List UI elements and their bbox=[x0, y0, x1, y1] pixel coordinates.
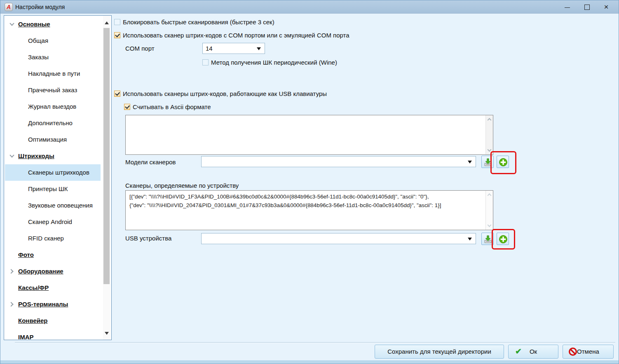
sidebar-section-foto[interactable]: Фото bbox=[5, 247, 101, 263]
sidebar-item-skanery-shtrihkodov[interactable]: Сканеры штрихкодов bbox=[5, 164, 101, 181]
use-com-scanner-checkbox[interactable] bbox=[114, 32, 120, 38]
scroll-down-icon[interactable] bbox=[488, 148, 492, 152]
use-com-scanner-label[interactable]: Использовать сканер штрих-кодов с COM по… bbox=[123, 31, 349, 40]
window-bottom-frame bbox=[0, 360, 619, 364]
sidebar-item-obshchaya[interactable]: Общая bbox=[5, 33, 101, 49]
sidebar-item-printery-shk[interactable]: Принтеры ШК bbox=[5, 181, 101, 197]
maximize-icon bbox=[584, 5, 590, 10]
maximize-button[interactable] bbox=[580, 1, 595, 13]
sidebar-section-konveyer[interactable]: Конвейер bbox=[5, 313, 101, 329]
use-usb-keyboards-checkbox[interactable] bbox=[114, 91, 120, 97]
chevron-down-icon bbox=[9, 21, 14, 26]
sidebar-item-optimizaciya[interactable]: Оптимизация bbox=[5, 131, 101, 148]
sidebar-item-dopolnitelno[interactable]: Дополнительно bbox=[5, 115, 101, 131]
textarea-scrollbar[interactable] bbox=[485, 115, 493, 154]
device-scanners-label: Сканеры, определяемые по устройству bbox=[125, 182, 239, 190]
sidebar-item-zvukovye[interactable]: Звуковые оповещения bbox=[5, 197, 101, 214]
wine-periodic-checkbox[interactable] bbox=[202, 59, 209, 65]
cancel-icon bbox=[568, 347, 577, 356]
usb-devices-select[interactable] bbox=[201, 233, 476, 244]
scroll-up-icon[interactable] bbox=[488, 118, 492, 122]
insert-down-icon bbox=[483, 235, 492, 244]
insert-model-button[interactable] bbox=[481, 156, 494, 168]
com-port-label: COM порт bbox=[125, 44, 155, 53]
cancel-button[interactable]: Отмена bbox=[563, 345, 614, 359]
dropdown-arrow-icon bbox=[468, 238, 472, 240]
sidebar-section-pos-terminaly[interactable]: POS-терминалы bbox=[5, 296, 101, 313]
plus-icon bbox=[499, 158, 508, 167]
device-scanners-textarea[interactable]: [{"dev": "\\\\?\\HID#VID_1F3A&PID_100B#6… bbox=[125, 190, 493, 230]
titlebar: A Настройки модуля × bbox=[0, 0, 619, 14]
sidebar-section-imap[interactable]: IMAP bbox=[5, 329, 101, 340]
footer-separator bbox=[15, 342, 615, 343]
minimize-button[interactable] bbox=[560, 1, 575, 13]
sidebar-section-shtrihkody[interactable]: Штрихкоды bbox=[5, 148, 101, 164]
chevron-down-icon bbox=[9, 153, 14, 157]
scanner-models-textarea[interactable] bbox=[125, 115, 493, 155]
scroll-down-icon[interactable] bbox=[488, 223, 492, 227]
usb-devices-label: USB устройства bbox=[125, 234, 171, 243]
scrollbar-thumb[interactable] bbox=[103, 28, 110, 284]
app-logo-icon: A bbox=[5, 3, 13, 11]
block-fast-scans-label[interactable]: Блокировать быстрые сканирования (быстре… bbox=[123, 18, 274, 26]
com-port-select[interactable]: 14 bbox=[202, 43, 265, 54]
sidebar-section-oborudovanie[interactable]: Оборудование bbox=[5, 263, 101, 280]
close-icon: × bbox=[599, 1, 614, 13]
ascii-format-label[interactable]: Считывать в Ascii формате bbox=[133, 103, 211, 111]
dropdown-arrow-icon bbox=[257, 47, 261, 50]
settings-nav-sidebar: Основные Общая Заказы Накладные в пути П… bbox=[4, 15, 112, 340]
chevron-right-icon bbox=[9, 269, 13, 273]
ascii-format-checkbox[interactable] bbox=[124, 104, 130, 110]
scanner-models-label: Модели сканеров bbox=[125, 158, 176, 166]
scroll-down-icon[interactable] bbox=[105, 332, 109, 335]
ok-button[interactable]: ✔ Ок bbox=[508, 345, 558, 359]
sidebar-scrollbar[interactable] bbox=[103, 16, 110, 340]
check-icon: ✔ bbox=[514, 347, 523, 356]
sidebar-item-zakazy[interactable]: Заказы bbox=[5, 49, 101, 65]
use-usb-keyboards-label[interactable]: Использовать сканеры штрих-кодов, работа… bbox=[123, 90, 327, 98]
textarea-scrollbar[interactable] bbox=[485, 191, 493, 230]
sidebar-section-osnovnye[interactable]: Основные bbox=[5, 16, 101, 33]
sidebar-item-rfid[interactable]: RFID сканер bbox=[5, 230, 101, 247]
scroll-up-icon[interactable] bbox=[105, 21, 109, 24]
add-usb-device-button[interactable] bbox=[497, 233, 509, 245]
minimize-icon bbox=[565, 7, 570, 8]
plus-icon bbox=[499, 235, 508, 244]
add-model-button[interactable] bbox=[497, 156, 509, 168]
scroll-up-icon[interactable] bbox=[488, 194, 492, 198]
insert-down-icon bbox=[483, 158, 492, 167]
insert-usb-device-button[interactable] bbox=[481, 233, 494, 245]
chevron-right-icon bbox=[9, 302, 13, 306]
close-button[interactable]: × bbox=[599, 1, 614, 13]
block-fast-scans-checkbox[interactable] bbox=[114, 19, 120, 25]
save-current-directory-button[interactable]: Сохранить для текущей директории bbox=[375, 345, 504, 359]
sidebar-section-kassy-fr[interactable]: Кассы/ФР bbox=[5, 280, 101, 296]
wine-periodic-label[interactable]: Метод получения ШК периодический (Wine) bbox=[211, 58, 337, 67]
dropdown-arrow-icon bbox=[468, 161, 472, 163]
sidebar-item-zhurnal[interactable]: Журнал выездов bbox=[5, 98, 101, 115]
scanner-models-select[interactable] bbox=[201, 156, 476, 167]
sidebar-item-nakladnye[interactable]: Накладные в пути bbox=[5, 65, 101, 82]
window-title: Настройки модуля bbox=[15, 0, 65, 14]
module-settings-window: A Настройки модуля × Основные Общая Зака… bbox=[0, 0, 619, 364]
sidebar-item-prachechny[interactable]: Прачечный заказ bbox=[5, 82, 101, 98]
sidebar-item-skaner-android[interactable]: Сканер Android bbox=[5, 214, 101, 230]
